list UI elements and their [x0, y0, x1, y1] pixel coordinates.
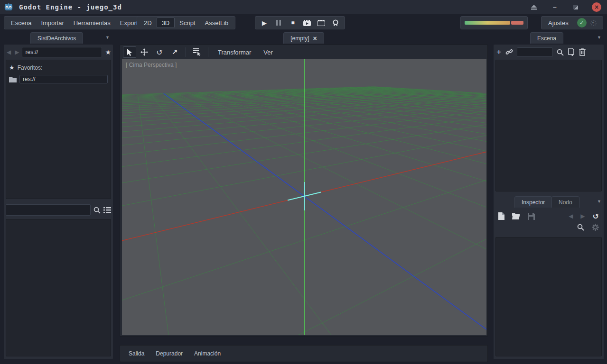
scene-inspector-dock: + Inspector Nodo ▼ ◀ ▶ ↺ — [494, 45, 604, 359]
settings-button[interactable]: Ajustes — [543, 18, 573, 28]
history-forward-button[interactable]: ▶ — [580, 213, 585, 219]
play-scene-icon — [303, 20, 311, 26]
tab-node[interactable]: Nodo — [551, 196, 579, 208]
right-dock-layout-dropdown[interactable]: ▼ — [597, 35, 601, 40]
tab-scene-dock[interactable]: Escena — [530, 32, 563, 44]
inspector-options-gear-icon[interactable] — [592, 224, 599, 231]
titlebar: Godot Engine - juego_3d – × — [0, 0, 607, 14]
list-view-toggle-icon[interactable] — [103, 207, 111, 213]
play-remote-debug-button[interactable] — [328, 17, 343, 28]
viewport-panel: ↺ ↗ Transformar Ver [ Cima Perspectiva ] — [120, 45, 488, 337]
tab-filesystem[interactable]: SistDeArchivos — [30, 32, 83, 44]
performance-bar-tail — [511, 21, 523, 25]
performance-gradient-bar — [465, 21, 510, 25]
pause-button[interactable] — [271, 17, 286, 28]
instance-scene-icon[interactable] — [505, 48, 513, 56]
eject-icon — [531, 5, 537, 10]
toolbar-separator — [208, 47, 208, 57]
delete-node-icon[interactable] — [579, 48, 586, 56]
viewport-toolbar: ↺ ↗ Transformar Ver — [120, 45, 487, 59]
tab-close-icon[interactable]: × — [313, 35, 317, 42]
workspace-2d-button[interactable]: 2D — [139, 18, 157, 28]
property-search-icon[interactable] — [577, 224, 584, 231]
select-tool-button[interactable] — [123, 46, 136, 58]
root-folder-row[interactable]: res:// — [6, 74, 111, 84]
inspector-subtoolbar — [577, 224, 599, 231]
main-toolbar: Escena Importar Herramientas Exportar 2D… — [0, 14, 607, 31]
scene-filter-input[interactable] — [517, 47, 553, 57]
tab-scene-empty[interactable]: [empty] × — [283, 32, 324, 44]
playback-group: ▶ ■ — [255, 16, 345, 29]
move-icon — [140, 48, 148, 56]
workspace-3d-button[interactable]: 3D — [157, 18, 175, 28]
nav-back-button[interactable]: ◀ — [6, 49, 12, 55]
attach-script-icon[interactable] — [568, 48, 575, 56]
favorites-row[interactable]: ★ Favoritos: — [6, 63, 111, 72]
view-menu[interactable]: Ver — [258, 49, 279, 56]
star-icon: ★ — [9, 64, 15, 71]
inspector-tab-strip: Inspector Nodo ▼ — [494, 195, 604, 208]
scale-tool-button[interactable]: ↗ — [168, 46, 182, 58]
favorite-toggle-button[interactable]: ★ — [104, 48, 112, 56]
bottom-panel-bar: Salida Depurador Animación — [120, 345, 488, 362]
workspace-group: 2D 3D Script AssetLib — [137, 16, 235, 29]
file-search-input[interactable] — [6, 204, 91, 216]
toolbar-separator — [186, 47, 186, 57]
play-custom-scene-button[interactable] — [314, 17, 328, 28]
close-window-button[interactable]: × — [592, 2, 601, 12]
play-custom-scene-icon — [318, 20, 325, 26]
shade-window-button[interactable] — [529, 2, 539, 12]
rotate-tool-button[interactable]: ↺ — [152, 46, 167, 58]
settings-group: Ajustes ✓ — [541, 16, 603, 29]
search-icon — [93, 207, 101, 214]
play-button[interactable]: ▶ — [257, 17, 271, 28]
path-field[interactable] — [22, 47, 102, 57]
select-cursor-icon — [127, 49, 133, 56]
add-node-button[interactable]: + — [496, 47, 502, 57]
transform-menu[interactable]: Transformar — [212, 49, 257, 56]
status-check-icon: ✓ — [577, 18, 587, 27]
filesystem-files-area: icon.png — [6, 219, 111, 356]
workspace-assetlib-button[interactable]: AssetLib — [200, 18, 233, 28]
main-menu-group: Escena Importar Herramientas Exportar — [4, 16, 150, 29]
stop-button[interactable]: ■ — [286, 17, 300, 28]
tab-inspector-label: Inspector — [522, 199, 545, 206]
move-tool-button[interactable] — [137, 46, 151, 58]
filesystem-dock: ◀ ▶ ★ ★ Favoritos: res:// — [4, 45, 113, 359]
maximize-icon — [573, 4, 579, 10]
filesystem-toolbar: ◀ ▶ ★ — [6, 46, 111, 58]
list-select-icon — [193, 48, 201, 56]
debugger-panel-button[interactable]: Depurador — [151, 348, 187, 359]
search-icon[interactable] — [557, 49, 564, 56]
left-dock-layout-dropdown[interactable]: ▼ — [105, 35, 110, 40]
tab-filesystem-label: SistDeArchivos — [37, 35, 76, 42]
output-panel-button[interactable]: Salida — [124, 348, 149, 359]
tab-inspector[interactable]: Inspector — [514, 196, 552, 208]
list-select-tool-button[interactable] — [190, 46, 204, 58]
minimize-window-button[interactable]: – — [550, 2, 560, 12]
inspector-properties-area[interactable] — [495, 237, 602, 356]
viewport-3d[interactable]: [ Cima Perspectiva ] — [122, 59, 486, 335]
menu-escena[interactable]: Escena — [6, 18, 36, 28]
inspector-dock-dropdown[interactable]: ▼ — [597, 199, 601, 204]
update-spinner-icon[interactable] — [590, 20, 597, 26]
scene-tree-area[interactable] — [495, 60, 602, 191]
inspector-toolbar: ◀ ▶ ↺ — [498, 210, 599, 222]
new-resource-icon[interactable] — [498, 212, 504, 220]
tab-node-label: Nodo — [559, 199, 572, 206]
object-history-button[interactable]: ↺ — [593, 212, 599, 221]
menu-importar[interactable]: Importar — [36, 18, 68, 28]
camera-view-label: [ Cima Perspectiva ] — [126, 62, 177, 68]
tab-scene-empty-label: [empty] — [290, 35, 309, 42]
maximize-window-button[interactable] — [571, 2, 580, 12]
play-scene-button[interactable] — [300, 17, 314, 28]
menu-herramientas[interactable]: Herramientas — [69, 18, 115, 28]
favorites-label: Favoritos: — [18, 64, 43, 71]
animation-panel-button[interactable]: Animación — [189, 348, 225, 359]
workspace-script-button[interactable]: Script — [175, 18, 200, 28]
root-folder-selected: res:// — [19, 75, 108, 83]
load-resource-folder-icon[interactable] — [512, 213, 520, 219]
nav-forward-button[interactable]: ▶ — [14, 49, 20, 55]
history-back-button[interactable]: ◀ — [569, 213, 573, 219]
save-resource-icon[interactable] — [528, 213, 535, 220]
